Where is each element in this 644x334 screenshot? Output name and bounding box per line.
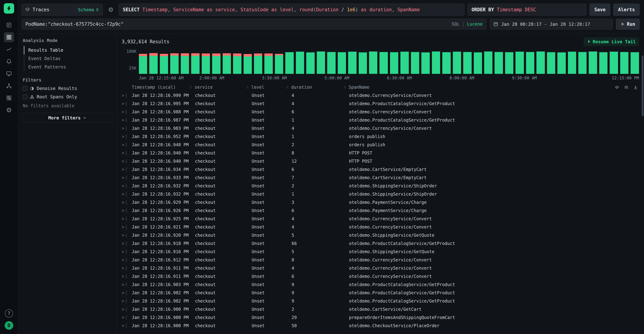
row-expand-icon[interactable]: > xyxy=(122,315,124,320)
histogram-bar[interactable] xyxy=(327,52,336,74)
column-header-duration[interactable]: duration xyxy=(286,85,343,90)
sql-editor[interactable]: SELECT Timestamp, ServiceName as service… xyxy=(119,3,464,16)
language-lucene[interactable]: Lucene xyxy=(467,22,482,27)
row-expand-icon[interactable]: > xyxy=(122,241,124,246)
histogram-bar[interactable] xyxy=(285,52,294,74)
histogram-bar[interactable] xyxy=(536,51,545,74)
table-row[interactable]: > Jan 28 12:28:16.912 PM checkout Unset … xyxy=(122,256,639,264)
schema-select[interactable]: Schema xyxy=(78,7,99,12)
row-expand-icon[interactable]: > xyxy=(122,126,124,131)
histogram-bar[interactable] xyxy=(411,52,419,74)
histogram-bar[interactable] xyxy=(170,53,178,74)
histogram-bar[interactable] xyxy=(275,54,283,74)
table-row[interactable]: > Jan 28 12:28:16.952 PM checkout Unset … xyxy=(122,132,639,141)
histogram-bar[interactable] xyxy=(254,53,262,74)
histogram-bar[interactable] xyxy=(369,51,377,74)
row-expand-icon[interactable]: > xyxy=(122,118,124,123)
column-grip-icon[interactable] xyxy=(246,86,249,89)
row-expand-icon[interactable]: > xyxy=(122,159,124,164)
table-row[interactable]: > Jan 28 12:28:16.948 PM checkout Unset … xyxy=(122,141,639,149)
column-grip-icon[interactable] xyxy=(343,86,346,89)
table-row[interactable]: > Jan 28 12:28:16.902 PM checkout Unset … xyxy=(122,289,639,297)
row-expand-icon[interactable]: > xyxy=(122,175,124,180)
table-row[interactable]: > Jan 28 12:28:16.983 PM checkout Unset … xyxy=(122,124,639,132)
language-sql[interactable]: SQL xyxy=(452,22,460,27)
histogram-bar[interactable] xyxy=(516,52,524,74)
row-expand-icon[interactable]: > xyxy=(122,192,124,197)
table-row[interactable]: > Jan 28 12:28:16.911 PM checkout Unset … xyxy=(122,264,639,272)
histogram-bar[interactable] xyxy=(442,52,450,74)
histogram-bar[interactable] xyxy=(494,52,503,74)
column-header-timestamp[interactable]: Timestamp (Local) xyxy=(132,85,189,90)
row-expand-icon[interactable]: > xyxy=(122,200,124,205)
row-expand-icon[interactable]: > xyxy=(122,274,124,279)
histogram-bar[interactable] xyxy=(630,52,639,74)
table-row[interactable]: > Jan 28 12:28:16.900 PM checkout Unset … xyxy=(122,305,639,314)
save-button[interactable]: Save xyxy=(590,3,610,16)
histogram-bar[interactable] xyxy=(390,52,398,74)
histogram-bar[interactable] xyxy=(610,52,618,74)
table-row[interactable]: > Jan 28 12:28:16.903 PM checkout Unset … xyxy=(122,281,639,289)
row-expand-icon[interactable]: > xyxy=(122,142,124,147)
table-row[interactable]: > Jan 28 12:28:16.900 PM checkout Unset … xyxy=(122,314,639,322)
resume-live-tail-button[interactable]: Resume Live Tail xyxy=(584,37,639,46)
row-expand-icon[interactable]: > xyxy=(122,290,124,295)
table-row[interactable]: > Jan 28 12:28:16.929 PM checkout Unset … xyxy=(122,198,639,207)
query-settings-gear-icon[interactable]: ⚙ xyxy=(106,3,116,16)
histogram-bar[interactable] xyxy=(191,53,200,74)
results-table-icon[interactable] xyxy=(4,32,14,42)
table-row[interactable]: > Jan 28 12:28:16.988 PM checkout Unset … xyxy=(122,108,639,116)
analysis-mode-item[interactable]: Results Table xyxy=(24,46,112,54)
row-expand-icon[interactable]: > xyxy=(122,258,124,263)
filter-root-spans[interactable]: Root Spans Only xyxy=(23,94,112,99)
row-expand-icon[interactable]: > xyxy=(122,93,124,98)
analysis-mode-item[interactable]: Event Patterns xyxy=(24,63,112,71)
root-spans-checkbox[interactable] xyxy=(23,95,28,99)
histogram-bar[interactable] xyxy=(139,54,147,74)
table-row[interactable]: > Jan 28 12:28:16.999 PM checkout Unset … xyxy=(122,91,639,100)
table-row[interactable]: > Jan 28 12:28:16.926 PM checkout Unset … xyxy=(122,207,639,215)
table-row[interactable]: > Jan 28 12:28:16.995 PM checkout Unset … xyxy=(122,100,639,108)
order-by-editor[interactable]: ORDER BY Timestamp DESC xyxy=(467,3,586,16)
histogram-bar[interactable] xyxy=(264,53,272,74)
column-grip-icon[interactable] xyxy=(189,86,192,89)
column-grip-icon[interactable] xyxy=(286,86,289,89)
row-expand-icon[interactable]: > xyxy=(122,266,124,271)
row-expand-icon[interactable]: > xyxy=(122,299,124,304)
app-logo[interactable] xyxy=(4,3,14,13)
histogram-bar[interactable] xyxy=(474,52,482,74)
histogram-bar[interactable] xyxy=(212,53,220,74)
table-row[interactable]: > Jan 28 12:28:16.934 PM checkout Unset … xyxy=(122,165,639,174)
histogram-bar[interactable] xyxy=(557,52,566,74)
table-row[interactable]: > Jan 28 12:28:16.900 PM checkout Unset … xyxy=(122,322,639,330)
row-expand-icon[interactable]: > xyxy=(122,151,124,156)
histogram-bar[interactable] xyxy=(526,52,534,74)
histogram-bar[interactable] xyxy=(578,52,586,74)
more-filters-button[interactable]: More filters xyxy=(23,113,112,123)
histogram-bar[interactable] xyxy=(160,54,168,74)
row-expand-icon[interactable]: > xyxy=(122,167,124,172)
table-row[interactable]: > Jan 28 12:28:16.987 PM checkout Unset … xyxy=(122,116,639,124)
histogram-bar[interactable] xyxy=(296,52,304,74)
row-expand-icon[interactable]: > xyxy=(122,307,124,312)
histogram-bar[interactable] xyxy=(484,51,492,74)
histogram-bar[interactable] xyxy=(453,52,461,74)
histogram-bar[interactable] xyxy=(233,53,241,74)
scrollbar-thumb[interactable] xyxy=(642,55,644,116)
table-row[interactable]: > Jan 28 12:28:16.911 PM checkout Unset … xyxy=(122,272,639,281)
histogram-bar[interactable] xyxy=(202,53,210,74)
histogram-bar[interactable] xyxy=(400,52,409,74)
histogram-bar[interactable] xyxy=(244,54,252,74)
search-input[interactable]: PodName:"checkout-675775c4cc-f2p9c" SQL … xyxy=(21,18,487,30)
column-header-level[interactable]: level xyxy=(246,85,286,90)
table-row[interactable]: > Jan 28 12:28:16.932 PM checkout Unset … xyxy=(122,190,639,198)
histogram-bar[interactable] xyxy=(421,52,430,74)
histogram-bar[interactable] xyxy=(380,52,388,74)
histogram-bar[interactable] xyxy=(348,52,356,74)
alerts-bell-icon[interactable] xyxy=(4,56,14,66)
row-expand-icon[interactable]: > xyxy=(122,208,124,213)
histogram-bar[interactable] xyxy=(463,52,472,74)
row-expand-icon[interactable]: > xyxy=(122,101,124,106)
alerts-button[interactable]: Alerts xyxy=(613,3,640,16)
service-map-icon[interactable] xyxy=(4,81,14,91)
